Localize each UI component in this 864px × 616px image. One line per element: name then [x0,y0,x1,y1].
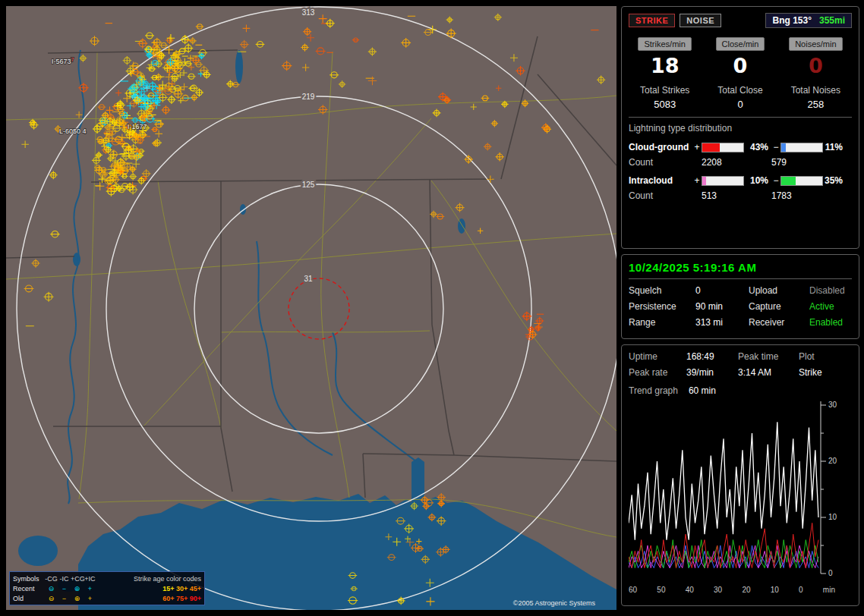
count-label: Count [629,157,692,168]
svg-text:31: 31 [304,275,313,283]
upload-status: Disabled [809,285,852,296]
peak-time-value: 3:14 AM [738,367,799,378]
noise-indicator-button[interactable]: NOISE [680,14,721,27]
age-30: 30+ [176,585,188,592]
divider [629,117,852,118]
trend-window-value: 60 min [689,385,716,396]
svg-text:30: 30 [828,401,837,409]
age-60: 60+ [162,595,174,602]
strikes-per-min-label: Strikes/min [638,37,691,51]
age-45: 45+ [190,585,201,592]
ic-minus-bar [780,176,823,186]
trend-graph-label: Trend graph [629,385,678,396]
capture-status: Active [809,301,852,312]
peak-rate-label: Peak rate [629,367,686,378]
age-75: 75+ [176,595,188,602]
minus-sign: − [771,142,780,152]
plus-sign: + [692,175,702,186]
trend-box: Uptime 168:49 Peak time Plot Peak rate 3… [621,344,859,606]
total-noises-label: Total Noises [780,85,852,96]
peak-rate-value: 39/min [686,367,738,378]
persistence-value: 90 min [695,301,749,312]
total-close-value: 0 [704,99,776,110]
settings-grid: Squelch 0 Upload Disabled Persistence 90… [629,285,852,328]
stats-box: STRIKE NOISE Bng 153° 355mi Strikes/min … [621,6,859,249]
legend-col-+cg: +CG [71,575,84,583]
svg-text:219: 219 [302,93,315,101]
legend-col--ic: -IC [58,575,71,583]
minus-sign: − [771,175,780,186]
svg-text:L-6050 4: L-6050 4 [59,127,87,135]
nexstorm-window: 31321912531I-56737L-6050 4I-1677 Symbols… [0,0,864,616]
minus-icon: − [58,585,71,592]
total-close-label: Total Close [704,85,776,96]
noises-per-min-value: 0 [780,54,852,77]
ic-plus-pct: 10% [744,175,771,186]
uptime-value: 168:49 [686,351,738,362]
age-90: 90+ [190,595,201,602]
trend-graph-header: Trend graph 60 min [629,385,852,396]
cloud-ground-count-row: Count 2208 579 [629,155,852,170]
persistence-label: Persistence [629,301,695,312]
copyright-text: ©2005 Astrogenic Systems [513,599,595,607]
circle-minus-icon: ⊖ [45,585,58,592]
lightning-map[interactable]: 31321912531I-56737L-6050 4I-1677 Symbols… [6,6,616,610]
plot-label: Plot [799,351,852,362]
svg-text:125: 125 [302,181,315,189]
legend-old-label: Old [13,595,45,602]
trend-x-axis: 60 50 40 30 20 10 0 min [629,586,835,594]
range-value: 313 mi [695,317,749,328]
plot-value: Strike [799,367,852,378]
cg-minus-count: 579 [771,157,852,168]
intracloud-count-row: Count 513 1783 [629,188,852,203]
bearing-readout: Bng 153° 355mi [765,13,852,28]
noises-rate-column: Noises/min 0 Total Noises 258 [780,37,852,110]
minus-icon: − [58,595,71,602]
cg-plus-bar [702,143,744,152]
legend-header-row: Symbols -CG -IC +CG +IC Strike age color… [13,574,201,583]
legend-old-row: Old ⊖ − ⊕ + 60+ 75+ 90+ [13,593,201,603]
uptime-grid: Uptime 168:49 Peak time Plot Peak rate 3… [629,351,852,378]
datetime-display: 10/24/2025 5:19:16 AM [629,261,852,274]
ic-plus-count: 513 [702,190,771,201]
bearing-value: Bng 153° [772,15,811,26]
close-per-min-label: Close/min [716,37,765,51]
noises-per-min-label: Noises/min [789,37,842,51]
strikes-rate-column: Strikes/min 18 Total Strikes 5083 [629,37,701,110]
strike-legend: Symbols -CG -IC +CG +IC Strike age color… [9,571,205,605]
svg-text:20: 20 [828,457,837,465]
total-strikes-value: 5083 [629,99,701,110]
circle-plus-icon: ⊕ [71,585,84,592]
count-label: Count [629,190,692,201]
plus-icon: + [84,595,96,602]
cloud-ground-row: Cloud-ground + 43% − 11% [629,140,852,155]
legend-age-title: Strike age color codes [96,575,201,583]
svg-text:I-1677: I-1677 [128,123,147,130]
legend-col--cg: -CG [45,575,58,583]
close-per-min-value: 0 [704,54,776,77]
distribution-title: Lightning type distribution [629,123,852,134]
capture-label: Capture [749,301,809,312]
receiver-status: Enabled [809,317,852,328]
legend-recent-row: Recent ⊖ − ⊕ + 15+ 30+ 45+ [13,583,201,593]
svg-text:0: 0 [828,569,833,577]
uptime-label: Uptime [629,351,686,362]
circle-minus-icon: ⊖ [45,595,58,602]
cg-minus-bar [780,143,823,152]
legend-recent-label: Recent [13,585,45,592]
ic-minus-count: 1783 [771,190,852,201]
circle-plus-icon: ⊕ [71,595,84,602]
side-panel: STRIKE NOISE Bng 153° 355mi Strikes/min … [621,6,859,611]
range-label: Range [629,317,695,328]
total-noises-value: 258 [780,99,852,110]
receiver-label: Receiver [749,317,809,328]
strike-indicator-button[interactable]: STRIKE [629,14,675,27]
plus-sign: + [692,142,702,152]
cg-plus-count: 2208 [702,157,771,168]
cloud-ground-label: Cloud-ground [629,142,692,152]
svg-text:I-56737: I-56737 [52,57,74,65]
peak-time-label: Peak time [738,351,799,362]
svg-text:313: 313 [302,8,315,17]
map-canvas[interactable]: 31321912531I-56737L-6050 4I-1677 [6,6,616,610]
total-strikes-label: Total Strikes [629,85,701,96]
